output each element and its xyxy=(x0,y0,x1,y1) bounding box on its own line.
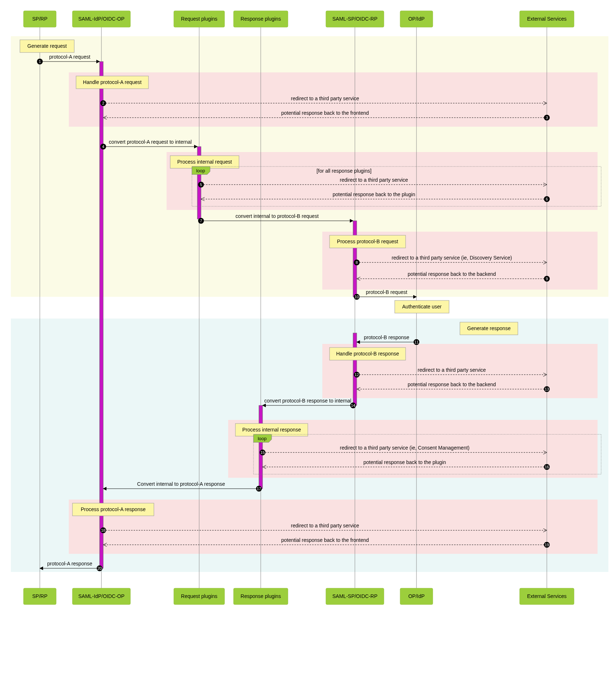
actor-label-top-idp: SAML-IdP/OIDC-OP xyxy=(78,16,125,22)
seq-num-13: 13 xyxy=(545,387,549,391)
seq-num-12: 12 xyxy=(355,372,359,377)
sequence-diagram: SP/RPSAML-IdP/OIDC-OPRequest pluginsResp… xyxy=(0,0,616,674)
note-text-handle_b_resp: Handle protocol-B response xyxy=(336,351,399,357)
activation-rp-2 xyxy=(353,333,357,405)
seq-num-20: 20 xyxy=(97,566,102,570)
seq-num-8: 8 xyxy=(356,260,358,265)
note-text-proc_b_req: Process protocol-B request xyxy=(337,239,398,244)
msg-text-12: redirect to a third party service xyxy=(418,367,486,373)
note-text-proc_a_resp: Process protocol-A response xyxy=(81,506,146,512)
actor-label-bot-idp: SAML-IdP/OIDC-OP xyxy=(78,593,125,599)
seq-num-6: 6 xyxy=(546,197,548,201)
note-text-gen_resp: Generate response xyxy=(467,325,511,331)
seq-num-5: 5 xyxy=(200,182,202,187)
loop-label-2-text: loop xyxy=(258,436,267,441)
loop-label-1-text: loop xyxy=(196,168,205,173)
msg-text-9: potential response back to the backend xyxy=(408,271,496,277)
seq-num-18: 18 xyxy=(101,528,105,532)
seq-num-2: 2 xyxy=(102,101,104,105)
seq-num-16: 16 xyxy=(545,465,549,469)
msg-text-8: redirect to a third party service (ie, D… xyxy=(391,255,512,261)
actor-label-bot-resp: Response plugins xyxy=(240,593,281,599)
msg-text-6: potential response back to the plugin xyxy=(332,191,415,197)
seq-num-3: 3 xyxy=(546,115,548,120)
msg-text-20: protocol-A response xyxy=(47,561,92,566)
msg-text-18: redirect to a third party service xyxy=(291,523,359,528)
msg-text-15: redirect to a third party service (ie, C… xyxy=(340,445,470,451)
note-text-handle_a: Handle protocol-A request xyxy=(83,79,142,85)
note-text-proc_int_resp: Process internal response xyxy=(242,427,301,433)
msg-text-5: redirect to a third party service xyxy=(340,177,408,183)
msg-text-10: protocol-B request xyxy=(366,289,407,295)
actor-label-bot-op: OP/IdP xyxy=(408,593,424,599)
msg-text-2: redirect to a third party service xyxy=(291,96,359,101)
note-text-proc_int_req: Process internal request xyxy=(177,159,232,165)
msg-text-7: convert internal to protocol-B request xyxy=(235,213,319,219)
msg-text-1: protocol-A request xyxy=(49,54,91,60)
msg-text-14: convert protocol-B response to internal xyxy=(264,398,351,404)
activation-rp-1 xyxy=(353,221,357,297)
note-text-gen_req: Generate request xyxy=(28,43,67,49)
msg-text-11: protocol-B response xyxy=(364,334,410,340)
seq-num-14: 14 xyxy=(351,403,355,408)
msg-text-13: potential response back to the backend xyxy=(408,382,496,387)
seq-num-9: 9 xyxy=(546,277,548,281)
actor-label-top-ext: External Services xyxy=(527,16,567,22)
actor-label-top-op: OP/IdP xyxy=(408,16,424,22)
actor-label-top-reqp: Request plugins xyxy=(181,16,217,22)
msg-text-19: potential response back to the frontend xyxy=(281,537,369,543)
seq-num-11: 11 xyxy=(414,340,419,344)
seq-num-7: 7 xyxy=(200,219,202,223)
activation-idp xyxy=(100,62,103,568)
actor-label-bot-reqp: Request plugins xyxy=(181,593,217,599)
actor-label-top-resp: Response plugins xyxy=(240,16,281,22)
actor-label-bot-sp: SP/RP xyxy=(32,593,47,599)
msg-text-4: convert protocol-A request to internal xyxy=(109,139,192,145)
actor-label-top-rp: SAML-SP/OIDC-RP xyxy=(332,16,377,22)
msg-text-16: potential response back to the plugin xyxy=(363,459,446,465)
actor-label-top-sp: SP/RP xyxy=(32,16,47,22)
note-text-auth_user: Authenticate user xyxy=(402,304,442,309)
seq-num-17: 17 xyxy=(257,486,261,491)
loop-cond-1: [for all response plugins] xyxy=(317,168,372,174)
actor-label-bot-ext: External Services xyxy=(527,593,567,599)
activation-resp xyxy=(259,405,263,489)
seq-num-10: 10 xyxy=(355,295,359,299)
msg-text-17: Convert internal to protocol-A response xyxy=(137,481,225,487)
actor-label-bot-rp: SAML-SP/OIDC-RP xyxy=(332,593,377,599)
seq-num-4: 4 xyxy=(102,144,104,149)
seq-num-19: 19 xyxy=(545,543,549,547)
seq-num-1: 1 xyxy=(39,59,41,64)
msg-text-3: potential response back to the frontend xyxy=(281,110,369,116)
seq-num-15: 15 xyxy=(260,450,265,455)
